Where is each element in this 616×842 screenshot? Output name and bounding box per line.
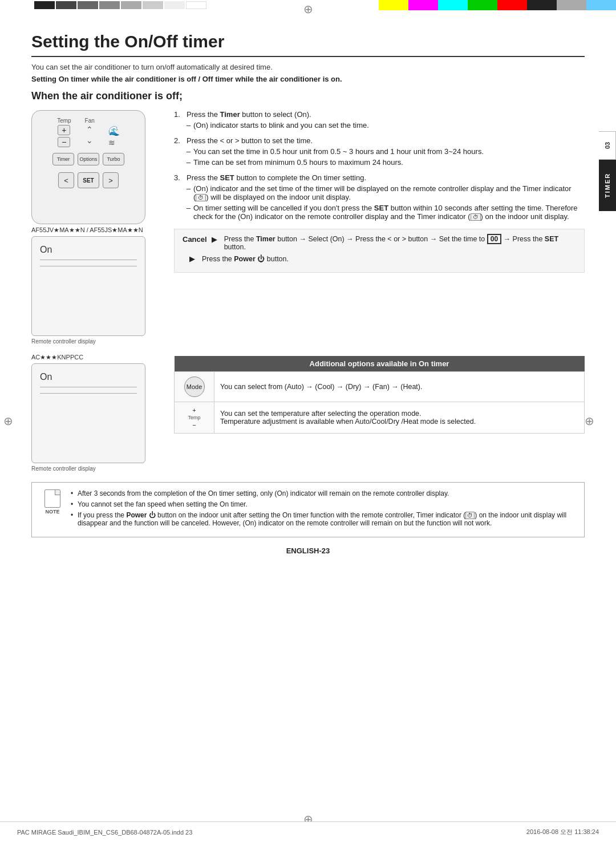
step-3-sub-1: (On) indicator and the set time of the t… — [187, 184, 585, 201]
fan-icon-1: ⌃ — [86, 125, 93, 134]
step-1: 1. Press the Timer button to select (On)… — [174, 110, 585, 132]
temp-buttons: Temp + − — [57, 118, 71, 147]
mode-description: You can select from (Auto) → (Cool) → (D… — [214, 372, 585, 402]
temp-description: You can set the temperature after select… — [214, 402, 585, 434]
temp-plus-sym: + — [192, 407, 196, 414]
display-caption-2: Remote controller display — [31, 465, 163, 472]
table-row-temp: + Temp − You can set the temperature aft… — [175, 402, 585, 434]
intro-text: You can set the air conditioner to turn … — [31, 63, 585, 71]
note-box: NOTE After 3 seconds from the completion… — [31, 482, 585, 537]
step-1-main: Press the Timer button to select (On). — [187, 110, 311, 119]
color-lightblue — [586, 0, 616, 10]
footer: PAC MIRAGE Saudi_IBIM_EN_CS6_DB68-04872A… — [0, 821, 616, 842]
step-3-main: Press the SET button to complete the On … — [187, 173, 366, 182]
right-nav-btn[interactable]: > — [103, 172, 119, 188]
display-line-2 — [40, 266, 137, 266]
note-item-1: After 3 seconds from the completion of t… — [71, 489, 575, 497]
temp-minus-btn[interactable]: − — [58, 137, 70, 147]
mode-icon-circle: Mode — [184, 377, 205, 397]
step-3-subs: (On) indicator and the set time of the t… — [187, 184, 585, 221]
step-1-subs: (On) indicator starts to blink and you c… — [187, 121, 585, 129]
temp-plus-btn[interactable]: + — [58, 125, 70, 135]
bold-note: Setting On timer while the air condition… — [31, 75, 585, 83]
remote-temp-fan-row: Temp + − Fan ⌃ ⌄ 🌊 — [57, 118, 120, 147]
display-caption-1: Remote controller display — [31, 338, 163, 345]
color-block-3 — [78, 1, 98, 9]
step-2-sub-1: You can set the time in 0.5 hour unit fr… — [187, 147, 585, 156]
note-doc-icon — [44, 489, 60, 508]
color-yellow — [379, 0, 408, 10]
fan-icons: ⌃ ⌄ — [86, 125, 93, 145]
table-row-mode: Mode You can select from (Auto) → (Cool)… — [175, 372, 585, 402]
options-table-header: Additional options available in On timer — [175, 356, 585, 372]
timer-btn[interactable]: Timer — [52, 153, 74, 165]
section-heading: When the air conditioner is off; — [31, 90, 585, 102]
temp-icon-label: Temp — [188, 415, 200, 420]
cancel-arrow: ▶ — [212, 235, 217, 244]
color-block-1 — [34, 1, 55, 9]
color-black — [527, 0, 557, 10]
display-line-4 — [40, 393, 137, 394]
cancel-text-2: Press the Power ⏻ button. — [202, 254, 289, 263]
step-2-subs: You can set the time in 0.5 hour unit fr… — [187, 147, 585, 167]
note-icon-area: NOTE — [41, 489, 64, 530]
display-on-text-1: On — [40, 245, 137, 255]
second-remote-section: AC★★★KNPPCC On Remote controller display… — [31, 354, 585, 472]
color-cyan — [438, 0, 468, 10]
steps-list: 1. Press the Timer button to select (On)… — [174, 110, 585, 223]
turbo-btn[interactable]: Turbo — [103, 153, 124, 165]
step-3-sub-2: On timer setting will be cancelled if yo… — [187, 204, 585, 221]
right-col-2: Additional options available in On timer… — [174, 354, 585, 472]
nav-row: < SET > — [58, 172, 119, 188]
temp-icon-cell: + Temp − — [175, 402, 214, 434]
cancel-arrow-2: ▶ — [189, 254, 195, 263]
step-2-sub-2: Time can be set from minimum 0.5 hours t… — [187, 158, 585, 167]
step-3: 3. Press the SET button to complete the … — [174, 173, 585, 223]
side-tab-timer: TIMER — [599, 160, 616, 211]
note-word: NOTE — [45, 509, 59, 515]
temp-controls: + − — [58, 125, 70, 147]
temp-label: Temp — [57, 118, 71, 124]
temp-icon-group: + Temp − — [180, 407, 208, 428]
main-section: Temp + − Fan ⌃ ⌄ 🌊 — [31, 110, 585, 345]
footer-right: 2016-08-08 오전 11:38:24 — [526, 828, 599, 836]
color-green — [468, 0, 497, 10]
side-tabs: 03 TIMER — [599, 131, 616, 211]
step-2: 2. Press the < or > button to set the ti… — [174, 136, 585, 169]
model-code-1: AF55JV★MA★★N / AF55JS★MA★★N — [31, 226, 163, 234]
page-content: Setting the On/Off timer You can set the… — [0, 10, 616, 587]
color-block-7 — [164, 1, 185, 9]
options-btn[interactable]: Options — [78, 153, 99, 165]
cancel-box: Cancel ▶ Press the Timer button → Select… — [174, 229, 585, 273]
color-block-2 — [56, 1, 76, 9]
note-item-3: If you press the Power ⏻ button on the i… — [71, 511, 575, 527]
fan-icon-group: Fan ⌃ ⌄ — [85, 118, 95, 147]
mode-icon-text: Mode — [187, 383, 202, 390]
fan-label: Fan — [85, 118, 95, 124]
temp-minus-sym: − — [192, 422, 196, 428]
mode-icon-cell: Mode — [175, 372, 214, 402]
fan-icon-2: ⌄ — [86, 136, 93, 145]
color-block-4 — [99, 1, 120, 9]
display-line-1 — [40, 260, 137, 260]
side-tab-03: 03 — [599, 131, 616, 160]
remote-controller-image: Temp + − Fan ⌃ ⌄ 🌊 — [31, 110, 145, 224]
cancel-row-1: Cancel ▶ Press the Timer button → Select… — [183, 235, 576, 251]
color-magenta — [408, 0, 438, 10]
cancel-label: Cancel — [183, 235, 207, 244]
mode-icon-1: 🌊 — [108, 126, 120, 136]
left-nav-btn[interactable]: < — [58, 172, 74, 188]
left-color-blocks — [0, 0, 206, 10]
step-1-sub-1: (On) indicator starts to blink and you c… — [187, 121, 585, 129]
right-column: 1. Press the Timer button to select (On)… — [174, 110, 585, 345]
note-item-2: You cannot set the fan speed when settin… — [71, 500, 575, 508]
set-btn[interactable]: SET — [78, 172, 99, 188]
color-block-6 — [143, 1, 163, 9]
display-line-3 — [40, 387, 137, 387]
cancel-text-1: Press the Timer button → Select (On) → P… — [224, 235, 576, 251]
page-title: Setting the On/Off timer — [31, 32, 585, 57]
color-block-5 — [121, 1, 141, 9]
page-number: ENGLISH-23 — [31, 547, 585, 555]
display-box-2: On — [31, 363, 145, 463]
display-box-1: On — [31, 236, 145, 336]
